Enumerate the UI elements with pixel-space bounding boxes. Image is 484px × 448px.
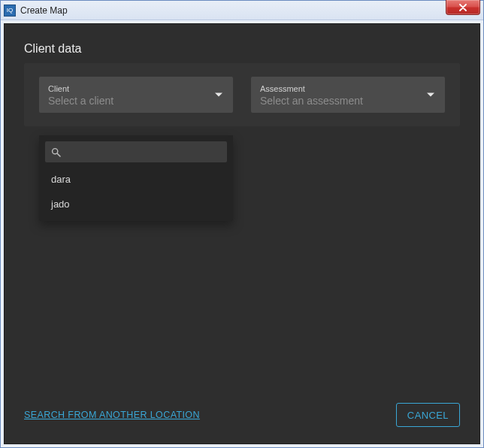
assessment-select-placeholder: Select an assessment [260,95,418,107]
cancel-button[interactable]: CANCEL [396,403,460,427]
section-heading: Client data [24,42,460,56]
dropdown-search[interactable] [45,141,227,162]
close-icon [458,4,467,11]
svg-line-1 [57,153,60,156]
window-title: Create Map [20,5,68,16]
client-select-dropdown: dara jado [39,135,233,221]
assessment-select-label: Assessment [260,84,418,93]
selects-card: Client Select a client Assessment Select… [24,63,460,126]
assessment-select[interactable]: Assessment Select an assessment [251,77,445,113]
search-another-location-link[interactable]: SEARCH FROM ANOTHER LOCATION [24,410,200,420]
search-icon [51,147,61,157]
client-option[interactable]: dara [45,167,227,192]
client-select-placeholder: Select a client [48,95,206,107]
titlebar: IQ Create Map [1,1,483,20]
client-option[interactable]: jado [45,192,227,216]
window-frame: IQ Create Map Client data Client Select … [0,0,484,448]
chevron-down-icon [427,93,434,97]
app-icon: IQ [4,5,16,17]
client-select[interactable]: Client Select a client [39,77,233,113]
footer: SEARCH FROM ANOTHER LOCATION CANCEL [24,403,460,427]
close-button[interactable] [446,0,480,15]
content-panel: Client data Client Select a client Asses… [4,23,480,444]
client-select-label: Client [48,84,206,93]
chevron-down-icon [215,93,222,97]
dropdown-search-input[interactable] [65,147,221,158]
